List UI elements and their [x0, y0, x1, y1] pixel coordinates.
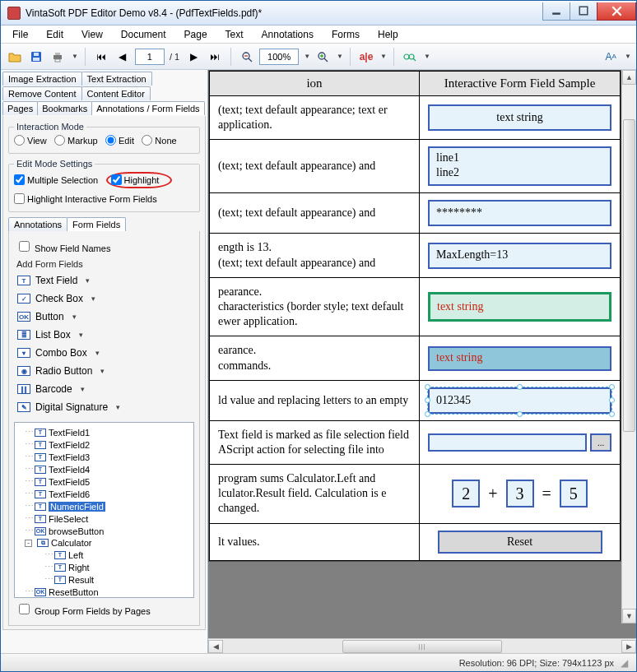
text-field[interactable]: ******** [428, 200, 611, 226]
menu-forms[interactable]: Forms [328, 27, 363, 42]
tree-item-resetbutton[interactable]: ⋯OKResetButton [16, 586, 192, 598]
zoom-out-icon[interactable] [238, 48, 256, 66]
reset-button[interactable]: Reset [438, 531, 602, 554]
text-field[interactable]: text string [428, 104, 611, 131]
tree-item-numericfield[interactable]: ⋯TNumericField [16, 500, 192, 512]
add-item-radio-button[interactable]: ◉Radio Button▾ [14, 363, 194, 379]
menu-page[interactable]: Page [181, 27, 211, 42]
tree-item-textfield5[interactable]: ⋯TTextField5 [16, 475, 192, 488]
numeric-field-selected[interactable]: 012345 [428, 387, 611, 414]
tree-item-left[interactable]: ⋯TLeft [16, 549, 192, 561]
minimize-button[interactable] [542, 2, 570, 21]
scroll-right-icon[interactable]: ▶ [621, 640, 636, 653]
tab-content-editor[interactable]: Content Editor [81, 86, 151, 100]
fields-tree[interactable]: ⋯TTextField1⋯TTextField2⋯TTextField3⋯TTe… [14, 422, 194, 598]
add-item-button[interactable]: OKButton▾ [14, 308, 194, 325]
scroll-left-icon[interactable]: ◀ [208, 640, 223, 653]
first-page-icon[interactable]: ⏮ [92, 48, 110, 66]
open-icon[interactable] [6, 48, 24, 66]
tab-remove-content[interactable]: Remove Content [2, 86, 82, 100]
subtab-annotations[interactable]: Annotations [8, 217, 67, 231]
vertical-scrollbar[interactable]: ▲ ▼ [621, 70, 636, 623]
close-button[interactable] [597, 2, 636, 21]
find-icon[interactable] [401, 48, 419, 66]
tree-item-right[interactable]: ⋯TRight [16, 561, 192, 573]
radio-view[interactable]: View [14, 135, 47, 146]
radio-edit[interactable]: Edit [105, 135, 134, 146]
resize-grip-icon[interactable]: ◢ [621, 657, 628, 669]
menu-text[interactable]: Text [222, 27, 247, 42]
scroll-down-icon[interactable]: ▼ [622, 609, 636, 623]
tree-item-fileselect[interactable]: ⋯TFileSelect [16, 512, 192, 525]
page-number-input[interactable] [135, 49, 165, 65]
text-field[interactable]: MaxLength=13 [428, 243, 611, 269]
vertical-scroll-thumb[interactable] [623, 119, 635, 432]
tree-expander-icon[interactable]: - [25, 540, 32, 547]
toolbar-dropdown-icon[interactable]: ▼ [72, 53, 78, 60]
text-edit-icon[interactable]: a|e [357, 48, 375, 66]
font-tool-icon[interactable]: AA [602, 48, 620, 66]
tree-item-textfield4[interactable]: ⋯TTextField4 [16, 463, 192, 475]
add-item-list-box[interactable]: ≣List Box▾ [14, 327, 194, 343]
menu-edit[interactable]: Edit [43, 27, 67, 42]
calculator-left[interactable]: 2 [452, 480, 480, 507]
check-group-form-fields-by-pages[interactable]: Group Form Fields by Pages [16, 601, 151, 617]
prev-page-icon[interactable]: ◀ [114, 48, 132, 66]
print-icon[interactable] [49, 48, 67, 66]
tree-item-result[interactable]: ⋯TResult [16, 573, 192, 586]
zoom-dropdown-icon[interactable]: ▼ [304, 53, 310, 60]
save-icon[interactable] [27, 48, 45, 66]
radio-markup[interactable]: Markup [54, 135, 98, 146]
last-page-icon[interactable]: ⏭ [206, 48, 224, 66]
horizontal-scroll-thumb[interactable]: ||| [342, 640, 502, 653]
next-page-icon[interactable]: ▶ [184, 48, 202, 66]
tab-text-extraction[interactable]: Text Extraction [81, 72, 152, 86]
text-field-styled[interactable]: text string [428, 346, 611, 371]
menu-help[interactable]: Help [374, 27, 402, 42]
add-item-label: Button [35, 311, 64, 322]
calculator-right[interactable]: 3 [506, 480, 534, 507]
subtab-form-fields[interactable]: Form Fields [67, 217, 126, 231]
tree-item-textfield3[interactable]: ⋯TTextField3 [16, 451, 192, 463]
chevron-down-icon: ▾ [116, 403, 120, 411]
menu-document[interactable]: Document [118, 27, 170, 42]
maximize-button[interactable] [570, 2, 597, 21]
tree-item-calculator[interactable]: -⧉Calculator [16, 537, 192, 549]
text-field-styled[interactable]: text string [428, 292, 611, 322]
check-show-field-names[interactable]: Show Field Names [16, 239, 110, 254]
horizontal-scrollbar[interactable]: ◀ ||| ▶ [208, 638, 636, 653]
zoom-in-icon[interactable] [314, 48, 332, 66]
tree-item-textfield2[interactable]: ⋯TTextField2 [16, 438, 192, 451]
find-dropdown-icon[interactable]: ▼ [424, 53, 430, 60]
add-item-check-box[interactable]: ✓Check Box▾ [14, 290, 194, 307]
tab-bookmarks[interactable]: Bookmarks [37, 101, 92, 115]
zoom-input[interactable] [259, 49, 299, 65]
radio-none[interactable]: None [142, 135, 176, 146]
font-tool-dropdown-icon[interactable]: ▼ [625, 53, 631, 60]
tab-image-extraction[interactable]: Image Extraction [2, 72, 82, 86]
scroll-up-icon[interactable]: ▲ [622, 70, 636, 85]
multiline-text-field[interactable]: line1line2 [428, 146, 611, 186]
check-highlight[interactable]: Highlight [111, 174, 160, 185]
zoom-mode-dropdown-icon[interactable]: ▼ [337, 53, 343, 60]
add-item-digital-signature[interactable]: ✎Digital Signature▾ [14, 399, 194, 415]
menu-file[interactable]: File [9, 27, 31, 42]
menu-view[interactable]: View [78, 27, 106, 42]
browse-button[interactable]: ... [590, 433, 611, 452]
calculator-result[interactable]: 5 [560, 480, 588, 507]
add-item-barcode[interactable]: ∥∥Barcode▾ [14, 381, 194, 397]
tab-pages[interactable]: Pages [2, 101, 38, 115]
menu-annotations[interactable]: Annotations [258, 27, 317, 42]
document-viewport[interactable]: ion Interactive Form Field Sample (text;… [208, 70, 636, 638]
add-item-combo-box[interactable]: ▾Combo Box▾ [14, 345, 194, 361]
add-item-text-field[interactable]: TText Field▾ [14, 272, 194, 289]
tree-item-textfield1[interactable]: ⋯TTextField1 [16, 426, 192, 438]
check-multiple-selection[interactable]: Multiple Selection [14, 174, 98, 185]
tab-annotations-form-fields[interactable]: Annotations / Form Fields [91, 101, 204, 115]
text-edit-dropdown-icon[interactable]: ▼ [380, 53, 387, 60]
check-highlight-interactive-form-fields[interactable]: Highlight Interactive Form Fields [14, 193, 157, 204]
file-path-input[interactable] [428, 433, 587, 452]
tree-item-browsebutton[interactable]: ⋯OKbrowseButton [16, 525, 192, 537]
tree-item-textfield6[interactable]: ⋯TTextField6 [16, 488, 192, 500]
tree-connector: ⋯ [25, 452, 32, 462]
